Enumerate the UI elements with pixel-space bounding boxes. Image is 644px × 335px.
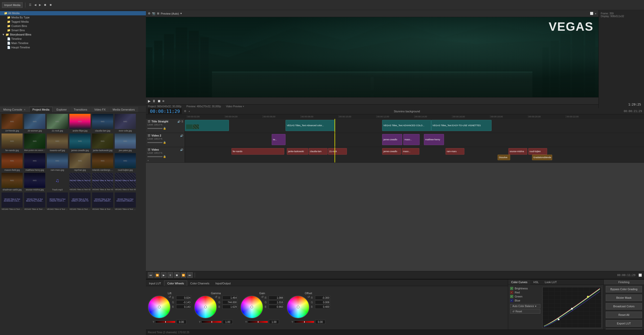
lift-b-input[interactable] (176, 305, 191, 309)
tab-mixing-console[interactable]: Mixing Console × (0, 107, 29, 112)
sidebar-item-timeline[interactable]: 📄 Timeline (0, 37, 146, 41)
tab-project-media[interactable]: Project Media (29, 107, 53, 112)
track-clip[interactable]: claudia-lam (309, 148, 328, 155)
auto-color-balance-button[interactable]: Auto Color Balance ▾ (510, 304, 540, 308)
track-clip[interactable]: ram-maru (446, 148, 464, 155)
track-clip[interactable]: james-zwadlo (382, 148, 401, 155)
track-content-video2[interactable]: iw... james-zwadlo maso... matthew-henry (185, 133, 644, 147)
offset-y-slider[interactable] (294, 321, 314, 323)
list-item[interactable]: VEGAS Titles & Text 42 VEGAS Titles & Te… (69, 172, 91, 191)
sidebar-item-tagged-media[interactable]: 📁 Tagged Media (0, 20, 146, 24)
track-clip[interactable]: janke-laskowski (287, 148, 308, 155)
transport-expand-icon[interactable]: ⬜ (638, 274, 642, 277)
pause-button[interactable]: ⏸ (152, 99, 156, 103)
list-item[interactable]: VEGAS Titles & Text BEAUTIFUL VIGNE... V… (24, 192, 46, 211)
track-clip[interactable]: VEGAS Titles_Text ADVANCED COLO... (382, 120, 431, 131)
transport-play-button[interactable]: ▶ (161, 272, 167, 278)
transport-rewind-button[interactable]: ⏪ (154, 272, 160, 278)
gamma-reset-icon[interactable]: ↺ (215, 295, 217, 299)
sidebar-item-storyboard-bins[interactable]: ▼ 📁 Storyboard Bins (0, 32, 146, 37)
reset-all-button[interactable]: Reset All (606, 312, 642, 318)
list-item[interactable]: IMG raychan.jpg (69, 153, 91, 172)
tab-color-channels[interactable]: Color Channels (187, 281, 212, 286)
lift-reset-icon[interactable]: ↺ (169, 295, 171, 299)
track-clip[interactable]: maso... (402, 148, 419, 155)
toolbar-icon-3[interactable]: ▶ (38, 3, 42, 7)
sidebar-item-custom-bins[interactable]: 📁 Custom Bins (0, 24, 146, 28)
list-item[interactable]: IMG lilian-justen-de-vasco ncellos.jpg (24, 133, 46, 152)
gamma-r-input[interactable] (222, 296, 237, 300)
video-preview-label[interactable]: Video Preview × (226, 105, 244, 108)
list-item[interactable]: IMG mason-field.jpg (1, 153, 23, 172)
preview-close-icon[interactable]: × (595, 12, 596, 15)
list-item[interactable]: IMG claudia-lam.jpg (92, 113, 114, 132)
tab-media-generators[interactable]: Media Generators (109, 107, 138, 112)
list-item[interactable]: IMG 20-women.jpg (24, 113, 46, 132)
toolbar-icon-1[interactable]: ☰ (28, 3, 32, 7)
transport-next-button[interactable]: ⏭ (187, 272, 193, 278)
preview-settings-icon[interactable]: ⚙ (148, 12, 150, 15)
gain-r-input[interactable] (269, 296, 284, 300)
curves-graph[interactable] (542, 287, 601, 328)
lift-g-input[interactable] (176, 300, 191, 304)
tab-hsl[interactable]: HSL (530, 280, 542, 285)
list-item[interactable]: IMG evor-cole.jpg (114, 113, 136, 132)
track-add-icon[interactable]: + (147, 159, 149, 162)
tab-explorer[interactable]: Explorer (53, 107, 70, 112)
track-mute3-icon[interactable]: 🔊 (180, 148, 183, 151)
gain-b-input[interactable] (269, 305, 284, 309)
track-lock-icon[interactable]: 🔒 (163, 127, 166, 130)
track-clip[interactable]: iw... (272, 134, 286, 145)
list-item[interactable]: VEGAS Titles & Text 43 VEGAS Titles & Te… (92, 172, 114, 191)
import-media-button[interactable]: Import Media (2, 2, 23, 8)
track-mute2-icon[interactable]: 🔊 (180, 134, 183, 137)
blue-checkbox[interactable]: ✓ (510, 299, 513, 302)
sidebar-item-main-timeline[interactable]: 📄 Main Timeline (0, 41, 146, 45)
transport-forward-button[interactable]: ⏩ (181, 272, 186, 278)
gain-g-input[interactable] (269, 300, 284, 304)
sidebar-item-all-media[interactable]: 📁 All Media (0, 11, 146, 15)
preview-camera-icon[interactable]: 📷 (152, 12, 155, 15)
green-checkbox[interactable]: ✓ (510, 295, 513, 298)
list-item[interactable]: IMG fer-nando.jpg (1, 133, 23, 152)
sidebar-item-media-by-type[interactable]: 📁 Media By Type (0, 15, 146, 20)
tab-color-curves[interactable]: Color Curves (508, 280, 530, 285)
track-content-title-straight[interactable]: VEGAS Titl... VEGAS Titles_Text Advanced… (185, 119, 644, 133)
list-item[interactable]: IMG sourav-mishra.jpg (24, 172, 46, 191)
list-item[interactable]: VEGAS Titles & Text DISCOVER CREATI... V… (114, 192, 136, 211)
list-item[interactable]: IMG janke-laskowski.jpg (92, 133, 114, 152)
sidebar-item-haupt-timeline[interactable]: 📄 Haupt-Timeline (0, 45, 146, 50)
export-lut-button[interactable]: Export LUT (606, 320, 642, 327)
list-item[interactable]: IMG iswanto-arif.jpg (46, 133, 68, 152)
track-content-video[interactable]: fer-nando janke-laskowski claudia-lam 21… (185, 147, 644, 162)
tab-input-lut[interactable]: Input LUT (146, 281, 164, 286)
stop-button[interactable]: ⏹ (157, 99, 161, 103)
track-solo-icon[interactable]: S (181, 120, 183, 123)
list-item[interactable]: IMG 19-friends.jpg (1, 113, 23, 132)
track-lock3-icon[interactable]: 🔒 (163, 155, 166, 158)
tab-transitions[interactable]: Transitions (70, 107, 90, 112)
play-button[interactable]: ▶ (148, 99, 151, 103)
preview-expand-icon[interactable]: ⬜ (590, 12, 593, 15)
lift-r-input[interactable] (176, 296, 191, 300)
track-clip[interactable]: VEGAS Titles_Text Advanced color... (286, 120, 335, 131)
preview-dropdown-icon[interactable]: ▾ (180, 12, 182, 15)
track-lock2-icon[interactable]: 🔒 (163, 141, 166, 144)
track-clip-transition[interactable]: Dissolve (498, 155, 510, 160)
offset-b-input[interactable] (315, 305, 330, 309)
tab-look-lut[interactable]: Look LUT (542, 280, 560, 285)
offset-reset-icon[interactable]: ↺ (307, 295, 310, 299)
list-item[interactable]: VEGAS Titles & Text DISCOVER CREATI... V… (92, 192, 114, 211)
track-clip[interactable]: sourav-mishra (508, 148, 527, 155)
broadcast-colors-button[interactable]: Broadcast Colors (606, 303, 642, 310)
list-item[interactable]: VEGAS Titles & Text ADVANCED COLO... VEG… (1, 192, 23, 211)
gamma-g-input[interactable] (222, 300, 237, 304)
list-item[interactable]: IMG joe-yates.jpg (114, 133, 136, 152)
lift-wheel[interactable] (148, 296, 171, 318)
list-item[interactable]: IMG ram-maru.jpg (46, 153, 68, 172)
track-settings-icon[interactable]: ⚙ (184, 110, 186, 113)
bezier-mask-button[interactable]: Bézier Mask (606, 294, 642, 301)
lift-y-slider[interactable] (155, 321, 175, 323)
track-clip[interactable]: fer-nando (231, 148, 284, 155)
sidebar-item-smart-bins[interactable]: 📁 Smart Bins (0, 28, 146, 32)
